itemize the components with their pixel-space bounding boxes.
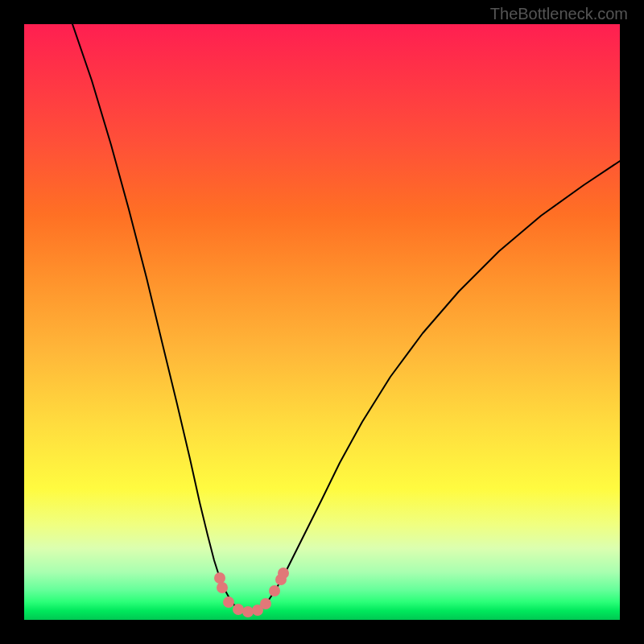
curves-group (72, 24, 620, 613)
marker-6 (260, 598, 271, 609)
outer-frame: TheBottleneck.com (0, 0, 644, 644)
marker-9 (278, 568, 289, 579)
curve-right-branch (259, 161, 620, 609)
marker-7 (269, 585, 280, 597)
marker-2 (223, 597, 234, 608)
markers-group (214, 568, 289, 617)
marker-0 (214, 572, 225, 584)
marker-4 (242, 606, 254, 617)
chart-svg (24, 24, 620, 620)
watermark-text: TheBottleneck.com (490, 5, 628, 23)
marker-1 (217, 582, 228, 593)
marker-3 (233, 604, 244, 615)
curve-left-branch (72, 24, 238, 609)
plot-area (24, 24, 620, 620)
